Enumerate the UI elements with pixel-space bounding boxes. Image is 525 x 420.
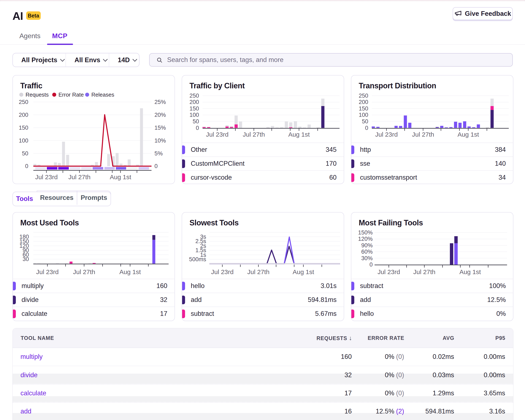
svg-text:Jul 27th: Jul 27th (68, 173, 91, 181)
svg-text:calculate: calculate (21, 310, 47, 317)
svg-text:multiply: multiply (21, 282, 44, 290)
svg-text:http: http (360, 146, 371, 153)
svg-text:384: 384 (495, 146, 506, 153)
svg-text:Error Rate: Error Rate (58, 91, 84, 98)
svg-text:30: 30 (23, 256, 29, 262)
svg-text:Jul 27th: Jul 27th (73, 268, 95, 275)
svg-text:50: 50 (22, 150, 28, 157)
svg-text:17: 17 (160, 310, 167, 317)
svg-text:cursor-vscode: cursor-vscode (191, 174, 232, 181)
svg-text:subtract: subtract (360, 282, 384, 290)
svg-text:34: 34 (499, 174, 506, 181)
svg-text:30%: 30% (361, 255, 373, 261)
svg-text:Jul 23rd: Jul 23rd (35, 173, 58, 181)
svg-text:add: add (191, 296, 202, 303)
svg-text:120%: 120% (358, 236, 373, 242)
svg-text:140: 140 (495, 160, 506, 167)
svg-text:Jul 27th: Jul 27th (247, 268, 270, 275)
svg-text:250: 250 (19, 99, 28, 105)
svg-text:100%: 100% (489, 282, 506, 290)
svg-text:150: 150 (359, 105, 368, 112)
svg-text:Jul 23rd: Jul 23rd (375, 131, 398, 138)
svg-text:32: 32 (160, 296, 167, 303)
svg-text:Jul 23rd: Jul 23rd (206, 131, 228, 138)
svg-text:250: 250 (359, 92, 368, 99)
svg-text:90%: 90% (361, 242, 373, 249)
svg-text:12.5%: 12.5% (487, 296, 506, 303)
svg-text:0: 0 (196, 125, 199, 131)
svg-text:25%: 25% (154, 99, 166, 105)
svg-text:250: 250 (189, 92, 199, 99)
svg-text:divide: divide (21, 296, 39, 303)
svg-text:0: 0 (154, 163, 158, 169)
svg-text:20%: 20% (154, 112, 166, 118)
svg-text:100: 100 (359, 112, 368, 118)
svg-text:Releases: Releases (91, 91, 114, 98)
svg-text:5%: 5% (154, 150, 163, 157)
svg-text:subtract: subtract (191, 310, 214, 317)
svg-text:Aug 1st: Aug 1st (110, 173, 131, 181)
svg-text:Jul 27th: Jul 27th (413, 268, 435, 275)
svg-text:150%: 150% (358, 229, 373, 236)
svg-text:sse: sse (360, 160, 370, 167)
svg-text:200: 200 (359, 99, 368, 105)
svg-text:200: 200 (19, 112, 28, 118)
svg-text:15%: 15% (154, 125, 166, 131)
svg-text:60: 60 (329, 174, 337, 181)
svg-text:150: 150 (189, 105, 199, 112)
svg-text:10%: 10% (154, 137, 166, 144)
svg-text:5.67ms: 5.67ms (315, 310, 337, 317)
svg-text:0%: 0% (496, 310, 506, 317)
svg-text:hello: hello (191, 282, 205, 290)
svg-text:100: 100 (19, 137, 28, 144)
svg-text:345: 345 (326, 146, 337, 153)
svg-text:CustomMCPClient: CustomMCPClient (191, 160, 244, 167)
svg-text:Aug 1st: Aug 1st (458, 131, 479, 138)
svg-text:Other: Other (191, 146, 207, 153)
svg-text:Requests: Requests (26, 91, 49, 98)
svg-text:500ms: 500ms (189, 256, 206, 263)
svg-text:0: 0 (25, 163, 28, 169)
svg-text:Jul 23rd: Jul 23rd (377, 268, 400, 275)
svg-text:customssetransport: customssetransport (360, 174, 417, 181)
svg-text:Aug 1st: Aug 1st (119, 268, 141, 275)
svg-text:Jul 23rd: Jul 23rd (211, 268, 234, 275)
svg-text:594.81ms: 594.81ms (308, 296, 337, 303)
svg-text:170: 170 (326, 160, 337, 167)
svg-text:50: 50 (362, 118, 368, 125)
svg-text:60%: 60% (361, 249, 373, 255)
svg-text:0: 0 (369, 261, 373, 268)
svg-text:add: add (360, 296, 371, 303)
svg-text:0: 0 (365, 125, 368, 131)
svg-text:160: 160 (156, 282, 167, 290)
svg-text:50: 50 (193, 118, 199, 125)
svg-text:Aug 1st: Aug 1st (293, 268, 314, 275)
svg-text:100: 100 (189, 112, 199, 118)
svg-text:Jul 27th: Jul 27th (243, 131, 265, 138)
svg-text:3.01s: 3.01s (320, 282, 337, 290)
svg-text:hello: hello (360, 310, 374, 317)
svg-text:150: 150 (19, 125, 28, 131)
svg-text:200: 200 (189, 99, 199, 105)
svg-text:Jul 27th: Jul 27th (412, 131, 434, 138)
svg-text:Aug 1st: Aug 1st (459, 268, 481, 275)
svg-text:Aug 1st: Aug 1st (288, 131, 310, 138)
svg-text:Jul 23rd: Jul 23rd (36, 268, 59, 275)
